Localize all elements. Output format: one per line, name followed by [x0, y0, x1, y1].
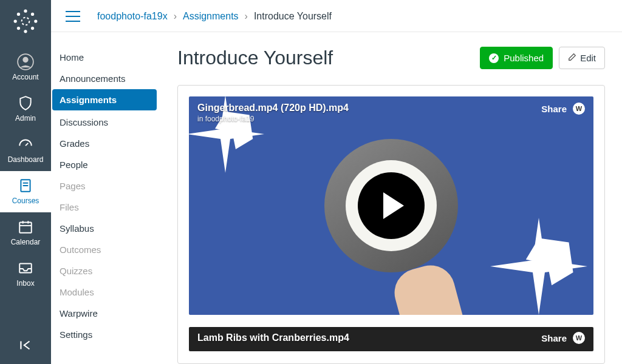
- video-subtitle-1: in foodphoto-fa19: [197, 115, 349, 123]
- video-player-1[interactable]: Gingerbread.mp4 (720p HD).mp4 in foodpho…: [189, 96, 593, 315]
- page-title: Introduce Yourself: [177, 47, 333, 69]
- nav-dashboard[interactable]: Dashboard: [0, 130, 51, 171]
- breadcrumb-current: Introduce Yourself: [254, 11, 332, 22]
- edit-button[interactable]: Edit: [559, 47, 605, 69]
- svg-rect-15: [19, 222, 32, 232]
- breadcrumb-section[interactable]: Assignments: [183, 11, 239, 22]
- nav-inbox-label: Inbox: [16, 279, 34, 288]
- nav-admin-label: Admin: [15, 114, 36, 123]
- video-player-2[interactable]: Lamb Ribs with Cranberries.mp4 Share W: [189, 327, 593, 351]
- course-nav-warpwire[interactable]: Warpwire: [51, 303, 160, 324]
- course-nav-quizzes[interactable]: Quizzes: [51, 260, 160, 281]
- video-title-1: Gingerbread.mp4 (720p HD).mp4: [197, 103, 349, 113]
- course-nav-modules[interactable]: Modules: [51, 281, 160, 303]
- video-share-1[interactable]: Share: [541, 104, 567, 114]
- svg-point-4: [34, 19, 37, 22]
- main-area: foodphoto-fa19x › Assignments › Introduc…: [51, 0, 622, 364]
- video-container: Gingerbread.mp4 (720p HD).mp4 in foodpho…: [177, 85, 605, 364]
- svg-point-1: [24, 10, 27, 13]
- nav-admin[interactable]: Admin: [0, 89, 51, 130]
- nav-dashboard-label: Dashboard: [8, 155, 44, 164]
- svg-point-10: [22, 57, 28, 62]
- global-nav: Account Admin Dashboard Courses Calendar…: [0, 0, 51, 364]
- admin-icon: [17, 95, 34, 112]
- svg-point-6: [31, 13, 34, 16]
- course-nav-settings[interactable]: Settings: [51, 324, 160, 345]
- video-share-2[interactable]: Share: [541, 333, 567, 343]
- svg-rect-19: [19, 263, 32, 272]
- inbox-icon: [17, 260, 34, 277]
- nav-calendar-label: Calendar: [11, 238, 41, 246]
- breadcrumb: foodphoto-fa19x › Assignments › Introduc…: [97, 11, 332, 22]
- course-nav-syllabus[interactable]: Syllabus: [51, 218, 160, 239]
- svg-point-5: [17, 13, 20, 16]
- svg-point-0: [22, 18, 30, 25]
- course-nav: Home Announcements Assignments Discussio…: [51, 32, 160, 364]
- course-nav-files[interactable]: Files: [51, 197, 160, 218]
- edit-label: Edit: [580, 53, 596, 63]
- published-button[interactable]: ✓ Published: [480, 47, 553, 69]
- course-nav-assignments[interactable]: Assignments: [52, 89, 157, 110]
- svg-point-8: [31, 27, 34, 30]
- nav-collapse-button[interactable]: [18, 337, 33, 356]
- course-nav-outcomes[interactable]: Outcomes: [51, 239, 160, 260]
- svg-marker-24: [522, 225, 586, 289]
- content: Introduce Yourself ✓ Published Edit: [160, 32, 622, 364]
- course-nav-grades[interactable]: Grades: [51, 133, 160, 154]
- course-nav-pages[interactable]: Pages: [51, 175, 160, 197]
- nav-calendar[interactable]: Calendar: [0, 212, 51, 254]
- nav-account[interactable]: Account: [0, 47, 51, 89]
- breadcrumb-course[interactable]: foodphoto-fa19x: [97, 11, 168, 22]
- nav-account-label: Account: [12, 73, 38, 81]
- topbar: foodphoto-fa19x › Assignments › Introduc…: [51, 0, 622, 32]
- svg-point-3: [14, 19, 17, 22]
- published-label: Published: [504, 53, 544, 63]
- courses-icon: [17, 177, 34, 194]
- hamburger-icon[interactable]: [66, 11, 80, 22]
- canvas-logo-icon: [13, 8, 38, 34]
- course-nav-home[interactable]: Home: [51, 47, 160, 68]
- svg-marker-23: [490, 218, 587, 315]
- play-button[interactable]: [358, 172, 425, 239]
- nav-inbox[interactable]: Inbox: [0, 254, 51, 295]
- warpwire-badge-icon[interactable]: W: [573, 332, 585, 344]
- chevron-right-icon: ›: [245, 11, 248, 22]
- svg-point-7: [17, 27, 20, 30]
- content-header: Introduce Yourself ✓ Published Edit: [177, 47, 605, 69]
- check-icon: ✓: [489, 53, 499, 63]
- course-nav-people[interactable]: People: [51, 154, 160, 175]
- nav-courses-label: Courses: [12, 197, 39, 205]
- play-icon: [383, 192, 404, 219]
- account-icon: [17, 53, 34, 70]
- course-nav-discussions[interactable]: Discussions: [51, 112, 160, 133]
- warpwire-badge-icon[interactable]: W: [573, 103, 585, 115]
- dashboard-icon: [17, 136, 34, 153]
- video-title-2: Lamb Ribs with Cranberries.mp4: [197, 332, 349, 343]
- svg-line-11: [26, 143, 28, 146]
- nav-courses[interactable]: Courses: [0, 171, 51, 212]
- pencil-icon: [568, 53, 576, 63]
- chevron-right-icon: ›: [174, 11, 177, 22]
- svg-point-2: [24, 30, 27, 33]
- course-nav-announcements[interactable]: Announcements: [51, 68, 160, 89]
- calendar-icon: [17, 218, 34, 235]
